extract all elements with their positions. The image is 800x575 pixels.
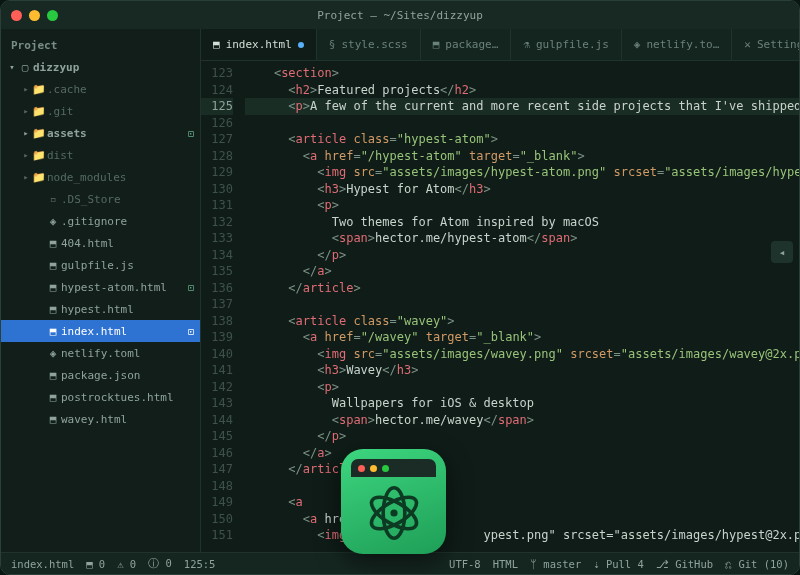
sidebar-header: Project [1, 33, 200, 56]
tree-item[interactable]: ▾▢dizzyup [1, 56, 200, 78]
tab-bar: ⬒index.html§style.scss⬒package…⚗gulpfile… [201, 29, 799, 61]
tree-item[interactable]: ⬒index.html⊡ [1, 320, 200, 342]
status-diag-2[interactable]: ⓘ 0 [148, 557, 172, 571]
status-branch[interactable]: ᛘ master [530, 558, 581, 570]
tree-item[interactable]: ⬒package.json [1, 364, 200, 386]
editor-tab[interactable]: ◈netlify.to… [622, 29, 732, 60]
atom-app-icon [341, 449, 446, 554]
status-diag-0[interactable]: ⬒ 0 [86, 558, 105, 570]
tree-item[interactable]: ⬒postrocktues.html [1, 386, 200, 408]
status-cursor[interactable]: 125:5 [184, 558, 216, 570]
zoom-icon[interactable] [47, 10, 58, 21]
editor-tab[interactable]: ⬒index.html [201, 29, 317, 60]
code-content[interactable]: <section> <h2>Featured projects</h2> <p>… [241, 61, 799, 552]
file-tree: ▾▢dizzyup▸📁.cache▸📁.git▸📁assets⊡▸📁dist▸📁… [1, 56, 200, 552]
tree-item[interactable]: ◈.gitignore [1, 210, 200, 232]
tree-item[interactable]: ⬒hypest-atom.html⊡ [1, 276, 200, 298]
minimize-icon[interactable] [29, 10, 40, 21]
status-bar: index.html ⬒ 0 ⚠ 0 ⓘ 0 125:5 UTF-8 HTML … [1, 552, 799, 574]
status-diag-1[interactable]: ⚠ 0 [117, 558, 136, 570]
tree-item[interactable]: ▸📁dist [1, 144, 200, 166]
tree-item[interactable]: ▸📁assets⊡ [1, 122, 200, 144]
tree-item[interactable]: ▸📁.cache [1, 78, 200, 100]
tree-item[interactable]: ⬒404.html [1, 232, 200, 254]
svg-point-3 [390, 509, 397, 516]
status-file[interactable]: index.html [11, 558, 74, 570]
status-encoding[interactable]: UTF-8 [449, 558, 481, 570]
editor-area: ⬒index.html§style.scss⬒package…⚗gulpfile… [201, 29, 799, 552]
titlebar[interactable]: Project — ~/Sites/dizzyup [1, 1, 799, 29]
tree-item[interactable]: ⬒gulpfile.js [1, 254, 200, 276]
code-editor[interactable]: 1231241251261271281291301311321331341351… [201, 61, 799, 552]
editor-tab[interactable]: ⚗gulpfile.js [511, 29, 621, 60]
status-pull[interactable]: ⇣ Pull 4 [593, 558, 644, 570]
project-sidebar: Project ▾▢dizzyup▸📁.cache▸📁.git▸📁assets⊡… [1, 29, 201, 552]
tree-item[interactable]: ▸📁.git [1, 100, 200, 122]
line-gutter: 1231241251261271281291301311321331341351… [201, 61, 241, 552]
window-title: Project — ~/Sites/dizzyup [317, 9, 483, 22]
app-window: Project — ~/Sites/dizzyup Project ▾▢dizz… [0, 0, 800, 575]
status-git[interactable]: ⎌ Git (10) [725, 558, 789, 570]
status-lang[interactable]: HTML [493, 558, 518, 570]
editor-tab[interactable]: ✕Settings [732, 29, 800, 60]
editor-tab[interactable]: §style.scss [317, 29, 421, 60]
window-controls [11, 10, 58, 21]
tree-item[interactable]: ▸📁node_modules [1, 166, 200, 188]
status-github[interactable]: ⎇ GitHub [656, 558, 713, 570]
collapse-panel-icon[interactable]: ◂ [771, 241, 793, 263]
editor-tab[interactable]: ⬒package… [421, 29, 512, 60]
tree-item[interactable]: ⬒hypest.html [1, 298, 200, 320]
tree-item[interactable]: ▫.DS_Store [1, 188, 200, 210]
tree-item[interactable]: ⬒wavey.html [1, 408, 200, 430]
close-icon[interactable] [11, 10, 22, 21]
tree-item[interactable]: ◈netlify.toml [1, 342, 200, 364]
modified-dot-icon [298, 42, 304, 48]
